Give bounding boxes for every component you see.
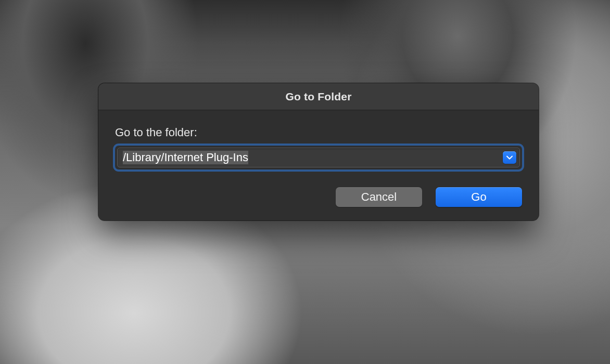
go-to-folder-dialog: Go to Folder Go to the folder: Cancel Go [98, 83, 539, 220]
dialog-button-row: Cancel Go [115, 187, 522, 207]
dialog-titlebar: Go to Folder [98, 83, 539, 110]
go-button[interactable]: Go [436, 187, 522, 207]
dialog-title: Go to Folder [285, 90, 351, 103]
path-combobox[interactable] [115, 146, 522, 170]
dialog-body: Go to the folder: Cancel Go [98, 110, 539, 220]
cancel-button[interactable]: Cancel [336, 187, 422, 207]
path-dropdown-button[interactable] [503, 151, 516, 164]
path-input[interactable] [123, 151, 497, 164]
chevron-down-icon [506, 155, 513, 160]
path-field-label: Go to the folder: [115, 126, 522, 139]
path-combobox-inner [117, 148, 520, 167]
